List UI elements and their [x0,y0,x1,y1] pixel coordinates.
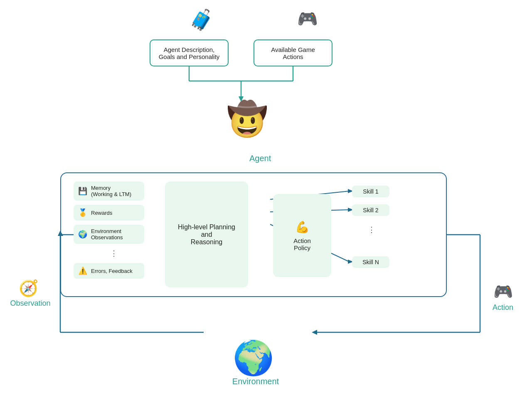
env-obs-label: EnvironmentObservations [91,228,123,241]
action-gamepad-icon: 🎮 [486,282,520,301]
skill-dots: ⋮ [368,225,375,234]
skill-1-box: Skill 1 [352,186,389,197]
input-column: 💾 Memory(Working & LTM) 🥇 Rewards 🌍 Envi… [74,182,144,279]
action-label: Action [480,303,526,312]
skill-n-box: Skill N [352,256,389,268]
game-actions-label: Available Game Actions [260,46,326,60]
agent-character-icon: 🤠 [227,100,268,139]
muscle-icon: 💪 [295,220,310,234]
person-luggage-icon: 🧳 [185,8,218,32]
errors-item: ⚠️ Errors, Feedback [74,263,144,279]
rewards-label: Rewards [91,210,112,216]
main-diagram: 🧳 🎮 Agent Description, Goals and Persona… [0,0,532,405]
gamepad-top-icon: 🎮 [291,9,324,29]
input-dots: ⋮ [84,248,144,259]
memory-item: 💾 Memory(Working & LTM) [74,182,144,201]
planning-box: High-level PlanningandReasoning [165,182,248,287]
rewards-item: 🥇 Rewards [74,205,144,221]
floppy-icon: 💾 [78,187,88,196]
memory-label: Memory(Working & LTM) [91,185,131,197]
env-obs-item: 🌍 EnvironmentObservations [74,225,144,244]
agent-label: Agent [249,154,271,163]
observation-icon: 🧭 [12,279,45,297]
errors-label: Errors, Feedback [91,268,133,274]
game-actions-box: Available Game Actions [254,39,332,66]
policy-label: ActionPolicy [293,237,311,251]
warning-icon: ⚠️ [78,266,88,275]
medal-icon: 🥇 [78,208,88,217]
environment-label: Environment [231,377,281,386]
observation-label: Observation [7,299,53,308]
skill-2-box: Skill 2 [352,204,389,216]
skill-1-label: Skill 1 [363,188,378,195]
environment-globe-icon: 🌍 [231,339,276,378]
main-architecture-box: 💾 Memory(Working & LTM) 🥇 Rewards 🌍 Envi… [60,172,447,297]
planning-label: High-level PlanningandReasoning [178,223,235,246]
agent-desc-label: Agent Description, Goals and Personality [156,46,222,60]
globe-icon: 🌍 [78,230,88,239]
policy-box: 💪 ActionPolicy [273,194,331,277]
svg-marker-26 [312,330,317,335]
skill-2-label: Skill 2 [363,207,378,214]
skill-n-label: Skill N [362,259,379,265]
agent-desc-box: Agent Description, Goals and Personality [150,39,229,66]
